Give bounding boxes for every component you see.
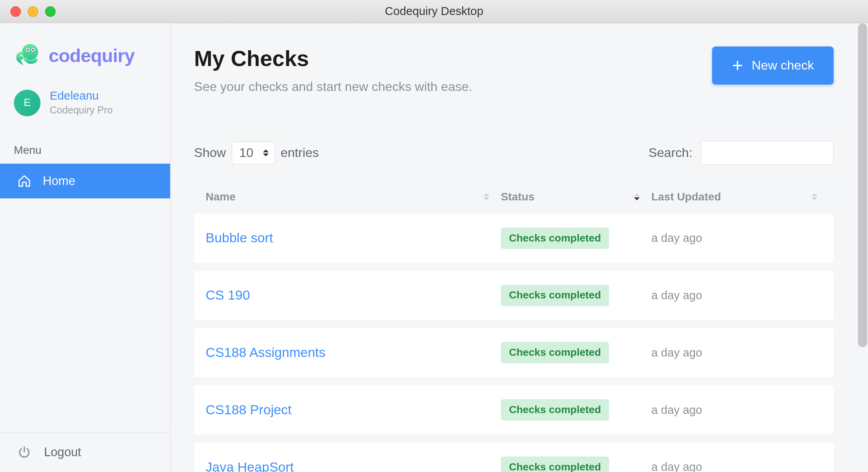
sort-icon xyxy=(811,193,817,200)
check-name: CS188 Assignments xyxy=(205,345,325,361)
select-caret-icon xyxy=(263,149,269,156)
check-name-link[interactable]: CS 190 xyxy=(205,287,500,303)
check-updated: a day ago xyxy=(651,231,702,245)
check-updated-cell: a day ago xyxy=(651,289,822,302)
user-block[interactable]: E Edeleanu Codequiry Pro xyxy=(0,83,170,130)
user-name[interactable]: Edeleanu xyxy=(50,89,113,102)
sort-icon xyxy=(483,193,489,200)
column-header-name[interactable]: Name xyxy=(205,190,500,203)
sidebar-item-label: Home xyxy=(43,174,75,188)
status-badge: Checks completed xyxy=(500,227,609,249)
check-name-link[interactable]: CS188 Project xyxy=(205,402,500,418)
table-row: CS 190Checks completeda day ago xyxy=(194,271,834,320)
window-titlebar: Codequiry Desktop xyxy=(0,0,868,23)
check-updated: a day ago xyxy=(651,346,702,359)
table-row: Bubble sortChecks completeda day ago xyxy=(194,213,834,262)
column-header-status[interactable]: Status xyxy=(500,190,651,203)
entries-selector: Show 10 entries xyxy=(194,141,318,164)
check-name-link[interactable]: CS188 Assignments xyxy=(205,345,500,361)
new-check-label: New check xyxy=(752,58,814,73)
traffic-lights xyxy=(10,6,55,16)
page-title: My Checks xyxy=(194,46,472,71)
entries-select[interactable]: 10 xyxy=(231,141,275,164)
check-status-cell: Checks completed xyxy=(500,342,651,363)
avatar: E xyxy=(14,89,40,116)
svg-point-4 xyxy=(32,49,34,51)
check-status-cell: Checks completed xyxy=(500,227,651,249)
check-status-cell: Checks completed xyxy=(500,285,651,306)
page-subtitle: See your checks and start new checks wit… xyxy=(194,79,472,94)
check-name: CS 190 xyxy=(205,287,250,303)
check-updated-cell: a day ago xyxy=(651,461,822,472)
sort-icon xyxy=(634,193,640,200)
home-icon xyxy=(17,174,31,188)
menu-section-label: Menu xyxy=(0,130,170,164)
new-check-button[interactable]: New check xyxy=(712,46,834,85)
status-badge: Checks completed xyxy=(500,285,609,306)
plus-icon xyxy=(732,60,743,71)
check-name-link[interactable]: Java HeapSort xyxy=(205,459,500,472)
brand-name: codequiry xyxy=(49,45,135,66)
search-input[interactable] xyxy=(700,141,833,165)
table-row: CS188 ProjectChecks completeda day ago xyxy=(194,385,834,434)
check-updated: a day ago xyxy=(651,461,702,472)
avatar-initial: E xyxy=(24,96,31,109)
window-minimize-button[interactable] xyxy=(28,6,38,16)
search-label: Search: xyxy=(648,145,692,160)
status-badge: Checks completed xyxy=(500,342,609,363)
check-name: Bubble sort xyxy=(205,230,273,246)
logout-button[interactable]: Logout xyxy=(0,432,170,472)
column-label: Last Updated xyxy=(651,190,721,203)
status-badge: Checks completed xyxy=(500,399,609,420)
check-updated-cell: a day ago xyxy=(651,231,822,245)
user-plan: Codequiry Pro xyxy=(50,105,113,116)
window-close-button[interactable] xyxy=(10,6,21,16)
check-name: Java HeapSort xyxy=(205,459,294,472)
scrollbar[interactable] xyxy=(858,23,867,347)
check-updated: a day ago xyxy=(651,403,702,417)
svg-point-3 xyxy=(27,49,28,51)
logo-icon xyxy=(14,42,42,69)
sidebar: codequiry E Edeleanu Codequiry Pro Menu … xyxy=(0,23,171,472)
check-updated-cell: a day ago xyxy=(651,346,822,359)
table-header: Name Status Last Updated xyxy=(194,180,834,213)
window-title: Codequiry Desktop xyxy=(385,5,483,18)
table-row: Java HeapSortChecks completeda day ago xyxy=(194,442,834,472)
power-icon xyxy=(17,446,31,459)
show-label: Show xyxy=(194,145,226,160)
check-name: CS188 Project xyxy=(205,402,291,418)
table-row: CS188 AssignmentsChecks completeda day a… xyxy=(194,328,834,377)
column-header-updated[interactable]: Last Updated xyxy=(651,190,822,203)
window-zoom-button[interactable] xyxy=(45,6,55,16)
check-name-link[interactable]: Bubble sort xyxy=(205,230,500,246)
main-content: My Checks See your checks and start new … xyxy=(171,23,868,472)
check-status-cell: Checks completed xyxy=(500,456,651,472)
check-updated-cell: a day ago xyxy=(651,403,822,417)
column-label: Status xyxy=(500,190,534,203)
entries-label: entries xyxy=(280,145,319,160)
status-badge: Checks completed xyxy=(500,456,609,472)
check-updated: a day ago xyxy=(651,289,702,302)
brand-logo: codequiry xyxy=(0,23,170,83)
sidebar-item-home[interactable]: Home xyxy=(0,164,170,198)
column-label: Name xyxy=(205,190,235,203)
entries-value: 10 xyxy=(239,145,253,160)
checks-table: Name Status Last Updated Bubble sortChec… xyxy=(194,180,834,472)
check-status-cell: Checks completed xyxy=(500,399,651,420)
logout-label: Logout xyxy=(44,446,81,459)
